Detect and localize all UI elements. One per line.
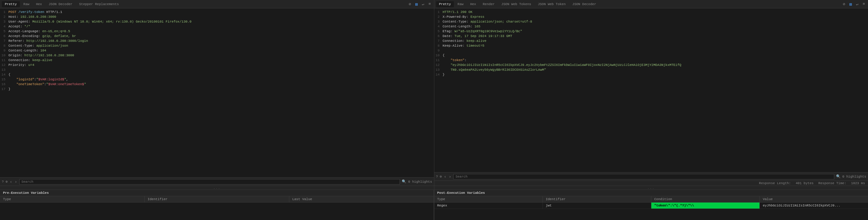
highlights-count-left: 0 highlights <box>408 180 432 184</box>
eye-slash-icon-right[interactable]: ⊘ <box>842 1 846 7</box>
left-panel: Pretty Raw Hex JSON Decoder Stepper Repl… <box>0 0 434 220</box>
response-time-label: Response Time: <box>818 181 846 185</box>
code-line-16: 16 "oneTimeToken":"$VAR:oneTimeToken$" <box>0 82 434 87</box>
tab-pretty-right[interactable]: Pretty <box>436 1 454 7</box>
search-input-right[interactable] <box>453 174 834 179</box>
search-loupe-left: 🔍 <box>402 179 406 184</box>
pre-exec-col-lastval: Last Value <box>289 196 434 202</box>
post-exec-row1-identifier: jwt <box>543 203 651 209</box>
left-search-bar: ? ⚙ ‹ › 🔍 0 highlights <box>0 177 434 186</box>
back-btn-right[interactable]: ‹ <box>444 174 447 179</box>
resp-line-13: 13 TN9.sQa6eaPA2Lvey56yWgyBBrRl36IDCOXGi… <box>434 67 868 72</box>
pre-exec-table-header: Type Identifier Last Value <box>0 196 434 203</box>
post-exec-table: Type Identifier Condition Value Regex jw… <box>434 196 868 220</box>
resp-line-8: 8 Keep-Alive: timeout=5 <box>434 43 868 48</box>
code-line-7: 7 Referer: http://192.168.0.208:3000/log… <box>0 39 434 43</box>
tab-render-right[interactable]: Render <box>480 1 498 7</box>
post-exec-table-header: Type Identifier Condition Value <box>434 196 868 203</box>
left-code-area: 1 POST /verify-token HTTP/1.1 2 Host: 19… <box>0 8 434 177</box>
code-line-5: 5 Accept-Language: en-US,en;q=0.5 <box>0 29 434 34</box>
pre-exec-panel: Pre-Execution Variables Type Identifier … <box>0 190 434 220</box>
resp-line-3: 3 Content-Type: application/json; charse… <box>434 19 868 24</box>
tab-pretty-left[interactable]: Pretty <box>2 1 20 7</box>
resp-line-10: 10 { <box>434 53 868 58</box>
tab-jwt-right[interactable]: JSON Web Tokens <box>498 1 534 7</box>
tab-json-decoder-left[interactable]: JSON Decoder <box>45 1 75 7</box>
code-line-8: 8 Content-Type: application/json <box>0 43 434 48</box>
resp-line-7: 7 Connection: keep-alive <box>434 39 868 43</box>
resp-line-9: 9 <box>434 48 868 53</box>
code-line-1: 1 POST /verify-token HTTP/1.1 <box>0 10 434 14</box>
forward-btn-right[interactable]: › <box>448 174 452 179</box>
code-line-12: 12 Priority: u=4 <box>0 63 434 67</box>
code-line-6: 6 Accept-Encoding: gzip, deflate, br <box>0 34 434 39</box>
left-panel-separator: ... <box>0 186 434 190</box>
code-line-4: 4 Accept: */* <box>0 24 434 29</box>
resp-line-11: 11 "token": <box>434 58 868 63</box>
post-exec-row1-condition[interactable]: "token\":\"(.*?)\"\\ <box>651 203 760 209</box>
tab-raw-right[interactable]: Raw <box>455 1 467 7</box>
menu-icon-left[interactable]: ≡ <box>427 1 432 7</box>
right-search-bar: ? ⚙ ‹ › 🔍 0 highlights <box>434 172 868 181</box>
tab-stepper-left[interactable]: Stepper Replacements <box>76 1 122 7</box>
resp-line-1: 1 HTTP/1.1 200 OK <box>434 10 868 14</box>
response-length-value: 401 bytes <box>796 181 813 185</box>
left-tab-bar: Pretty Raw Hex JSON Decoder Stepper Repl… <box>0 0 434 8</box>
pre-exec-col-identifier: Identifier <box>145 196 289 202</box>
pre-exec-title: Pre-Execution Variables <box>0 190 434 196</box>
tab-raw-left[interactable]: Raw <box>21 1 33 7</box>
menu-icon-right[interactable]: ≡ <box>861 1 866 7</box>
post-exec-table-body: Regex jwt "token\":\"(.*?)\"\\ eyJhbGciO… <box>434 203 868 220</box>
resp-line-5: 5 ETag: W/"a5-UzZqXRT0g19C9Ve1wpiYY1LQ/B… <box>434 29 868 34</box>
settings-icon-right[interactable]: ⚙ <box>440 175 442 179</box>
code-line-9: 9 Content-Length: 104 <box>0 48 434 53</box>
search-input-left[interactable] <box>19 179 400 184</box>
right-code-area-wrapper: 1 HTTP/1.1 200 OK 2 X-Powered-By: Expres… <box>434 8 868 172</box>
tab-hex-left[interactable]: Hex <box>33 1 45 7</box>
post-exec-col-identifier: Identifier <box>543 196 651 202</box>
code-line-13: 13 <box>0 67 434 72</box>
post-exec-title: Post-Execution Variables <box>434 190 868 196</box>
wrap-icon-right[interactable]: ↵ <box>855 1 860 7</box>
code-line-10: 10 Origin: http://192.168.0.208:3000 <box>0 53 434 58</box>
pre-exec-table-body <box>0 203 434 220</box>
settings-icon-left[interactable]: ⚙ <box>6 180 8 184</box>
filter-icon-left[interactable]: ▤ <box>414 1 419 7</box>
bottom-right-section: Post-Execution Variables Type Identifier… <box>434 190 868 220</box>
resp-line-14: 14 } <box>434 72 868 77</box>
eye-slash-icon-left[interactable]: ⊘ <box>407 1 412 7</box>
main-container: Pretty Raw Hex JSON Decoder Stepper Repl… <box>0 0 868 220</box>
right-tab-bar: Pretty Raw Hex Render JSON Web Tokens JS… <box>434 0 868 8</box>
right-panel: Pretty Raw Hex Render JSON Web Tokens JS… <box>434 0 868 220</box>
code-line-11: 11 Connection: keep-alive <box>0 58 434 63</box>
post-exec-col-value: Value <box>760 196 868 202</box>
right-code-area: 1 HTTP/1.1 200 OK 2 X-Powered-By: Expres… <box>434 8 868 172</box>
code-line-3: 3 User-Agent: Mozilla/5.0 (Windows NT 10… <box>0 19 434 24</box>
tab-json-decoder-right[interactable]: JSON Decoder <box>569 1 599 7</box>
pre-exec-table: Type Identifier Last Value <box>0 196 434 220</box>
right-tab-icons: ⊘ ▤ ↵ ≡ <box>842 1 866 7</box>
code-line-15: 15 "loginId":"$VAR:loginId$", <box>0 77 434 82</box>
response-time-value: 1023 ms <box>851 181 865 185</box>
resp-line-12: 12 "eyJhbGciOiJIUzI1NiIsInR5cCI6IkpXVCJ9… <box>434 63 868 67</box>
post-exec-row-1: Regex jwt "token\":\"(.*?)\"\\ eyJhbGciO… <box>434 203 868 209</box>
resp-line-6: 6 Date: Tue, 17 Sep 2024 19:17:33 GMT <box>434 34 868 39</box>
wrap-icon-left[interactable]: ↵ <box>421 1 426 7</box>
back-btn-left[interactable]: ‹ <box>9 179 12 184</box>
resp-line-2: 2 X-Powered-By: Express <box>434 14 868 19</box>
filter-icon-right[interactable]: ▤ <box>848 1 853 7</box>
right-panel-separator: ... <box>434 186 868 190</box>
tab-jwt2-right[interactable]: JSON Web Token <box>535 1 568 7</box>
help-icon-left[interactable]: ? <box>2 180 4 184</box>
code-line-17: 17 } <box>0 87 434 91</box>
forward-btn-left[interactable]: › <box>14 179 18 184</box>
left-tab-icons: ⊘ ▤ ↵ ≡ <box>407 1 432 7</box>
pre-exec-col-type: Type <box>0 196 145 202</box>
post-exec-row1-value: eyJhbGciOiJIUzI1NiIsInR5cCI6IkpXVCJ9... <box>760 203 868 209</box>
bottom-left-section: Pre-Execution Variables Type Identifier … <box>0 190 434 220</box>
post-exec-panel: Post-Execution Variables Type Identifier… <box>434 190 868 220</box>
code-line-2: 2 Host: 192.168.0.208:3000 <box>0 14 434 19</box>
code-line-14: 14 { <box>0 72 434 77</box>
tab-hex-right[interactable]: Hex <box>467 1 479 7</box>
help-icon-right[interactable]: ? <box>436 175 438 179</box>
